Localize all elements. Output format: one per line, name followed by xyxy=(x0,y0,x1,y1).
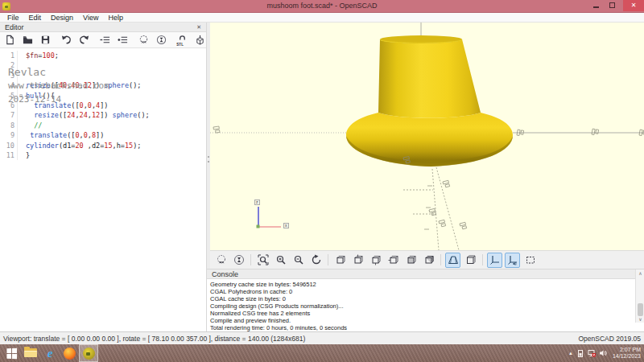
orthogonal-icon xyxy=(465,254,477,265)
redo-button[interactable] xyxy=(78,34,91,47)
start-button[interactable] xyxy=(2,344,21,362)
code-line[interactable]: 3 xyxy=(0,71,206,80)
clock[interactable]: 2:07 PM 14/12/2023 xyxy=(613,347,641,360)
perspective-button[interactable] xyxy=(445,253,460,268)
indent-button[interactable] xyxy=(116,34,129,47)
viewport-status: Viewport: translate = [ 0.00 0.00 0.00 ]… xyxy=(3,335,305,343)
menu-view[interactable]: View xyxy=(79,14,102,22)
model-render xyxy=(210,23,644,250)
line-number: 3 xyxy=(0,71,18,80)
speaker-icon[interactable] xyxy=(599,349,607,357)
console-scrollbar[interactable]: ∧ ∨ xyxy=(635,269,644,323)
line-number: 2 xyxy=(0,60,18,70)
view-bottom-button[interactable] xyxy=(368,253,383,268)
preview-button[interactable] xyxy=(137,34,150,47)
3d-viewport[interactable]: z x xyxy=(210,23,644,250)
view-front-button[interactable] xyxy=(403,253,419,268)
code-line[interactable]: 11} xyxy=(0,150,206,160)
console-line: Geometry cache size in bytes: 5496512 xyxy=(210,281,633,288)
menu-design[interactable]: Design xyxy=(47,14,77,22)
show-crosshairs-button[interactable] xyxy=(522,253,538,268)
console-panel: Console ✕ Geometry cache size in bytes: … xyxy=(207,269,644,331)
fold-marker xyxy=(18,51,24,60)
save-button[interactable] xyxy=(39,34,52,47)
editor-title: Editor xyxy=(5,23,24,31)
code-line[interactable]: 10cylinder(d1=20 ,d2=15,h=15); xyxy=(0,141,206,150)
new-file-button[interactable] xyxy=(4,34,17,47)
view-left-button[interactable] xyxy=(386,253,401,268)
code-line[interactable]: 7 resize([24,24,12]) sphere(); xyxy=(0,110,206,120)
open-button[interactable] xyxy=(22,34,35,47)
code-line[interactable]: 1$fn=100; xyxy=(0,51,206,60)
render-button[interactable] xyxy=(155,34,167,47)
code-line[interactable]: 4resize([40,40,12]) sphere(); xyxy=(0,80,206,90)
view-front-icon xyxy=(406,254,417,265)
fold-marker xyxy=(18,141,24,150)
minimize-button[interactable] xyxy=(589,0,602,11)
hidden-icons-button[interactable]: ▲ xyxy=(568,351,573,356)
internet-explorer-button[interactable]: e xyxy=(40,344,60,362)
code-editor[interactable]: Revlac www.thebackshed.com 2023-12-14 1$… xyxy=(0,48,206,160)
console-line: Compile and preview finished. xyxy=(210,317,633,324)
line-number: 9 xyxy=(0,130,18,140)
zoom-all-button[interactable] xyxy=(255,253,270,268)
clock-date: 14/12/2023 xyxy=(613,353,641,360)
unindent-button[interactable] xyxy=(99,34,112,47)
taskbar: e ▲ 2:07 PM 14/12/2023 xyxy=(0,344,644,362)
export-3d-button[interactable] xyxy=(193,34,206,47)
close-button[interactable]: ✕ xyxy=(623,0,644,11)
fold-marker[interactable]: ⊟ xyxy=(18,91,24,101)
code-line[interactable]: 6 translate([0,0,4]) xyxy=(0,101,206,110)
undo-icon xyxy=(61,35,72,45)
reset-view-button[interactable] xyxy=(308,253,324,268)
scroll-down-icon[interactable]: ∨ xyxy=(636,316,644,322)
editor-header[interactable]: Editor ✕ xyxy=(0,23,206,32)
view-back-button[interactable] xyxy=(421,253,436,268)
render-button-viewport[interactable] xyxy=(231,253,246,268)
console-header[interactable]: Console ✕ xyxy=(207,269,644,279)
preview-button-viewport[interactable] xyxy=(213,253,229,268)
line-number: 11 xyxy=(0,150,18,160)
orthogonal-button[interactable] xyxy=(463,253,478,268)
view-top-button[interactable] xyxy=(350,253,365,268)
zoom-out-button[interactable] xyxy=(291,253,306,268)
windows-logo-icon xyxy=(6,348,17,359)
code-line[interactable]: 5⊟hull(){ xyxy=(0,91,206,101)
console-line: Normalized CSG tree has 2 elements xyxy=(210,310,633,317)
menu-help[interactable]: Help xyxy=(104,14,127,22)
zoom-out-icon xyxy=(293,254,304,265)
maximize-icon xyxy=(609,2,615,8)
toolbar-separator xyxy=(482,254,483,265)
show-scale-markers-icon xyxy=(507,254,518,265)
file-explorer-button[interactable] xyxy=(21,344,40,362)
battery-icon[interactable] xyxy=(576,349,584,357)
code-line[interactable]: 9 translate([0,0,8]) xyxy=(0,130,206,140)
network-icon[interactable] xyxy=(588,349,596,357)
console-output[interactable]: Geometry cache size in bytes: 5496512CGA… xyxy=(207,279,644,332)
maximize-button[interactable] xyxy=(605,0,618,11)
view-right-button[interactable] xyxy=(332,253,348,268)
title-bar[interactable]: mushoom foot.scad* - OpenSCAD ✕ xyxy=(0,0,644,13)
zoom-in-button[interactable] xyxy=(273,253,288,268)
code-line[interactable]: 2 xyxy=(0,60,206,70)
undo-button[interactable] xyxy=(60,34,73,47)
editor-close-icon[interactable]: ✕ xyxy=(196,24,201,31)
scroll-up-icon[interactable]: ∧ xyxy=(636,270,644,276)
code-line[interactable]: 8 // xyxy=(0,121,206,130)
menu-edit[interactable]: Edit xyxy=(25,14,46,22)
file-explorer-icon xyxy=(24,348,37,358)
firefox-button[interactable] xyxy=(60,344,79,362)
openscad-taskbar-button[interactable] xyxy=(79,344,98,362)
fold-marker xyxy=(18,150,24,160)
line-number: 4 xyxy=(0,80,18,90)
openscad-icon xyxy=(83,348,95,360)
fold-marker xyxy=(18,80,24,90)
scroll-thumb[interactable] xyxy=(638,303,643,316)
export-stl-button[interactable]: STL xyxy=(175,34,188,47)
save-icon xyxy=(40,35,51,45)
open-folder-icon xyxy=(23,35,33,45)
show-axes-button[interactable] xyxy=(487,253,502,268)
fold-marker xyxy=(18,130,24,140)
show-scale-markers-button[interactable] xyxy=(505,253,520,268)
menu-file[interactable]: File xyxy=(3,14,23,22)
